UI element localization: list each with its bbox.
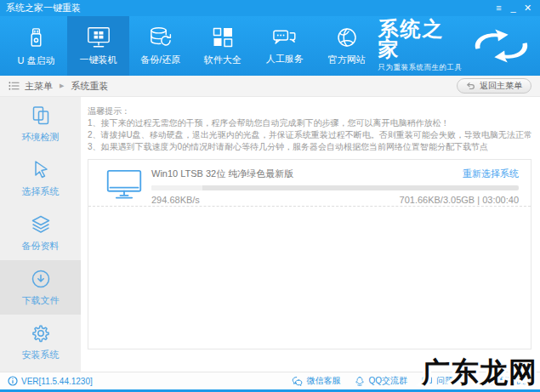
chat-service-icon bbox=[272, 27, 297, 48]
version-info: VER[11.5.44.1230] bbox=[8, 376, 93, 386]
feedback-icon bbox=[422, 376, 433, 386]
status-bar: VER[11.5.44.1230] 微信客服 QQ交流群 bbox=[0, 372, 540, 392]
status-link-label: QQ交流群 bbox=[368, 375, 407, 387]
nav-item-backup-restore[interactable]: 备份/还原 bbox=[129, 16, 191, 76]
tip-line: 2、请拔掉U盘、移动硬盘，退出光驱内的光盘，并保证系统重装过程不断电。否则重装可… bbox=[88, 129, 531, 141]
status-link-help-video[interactable]: 帮助视频 bbox=[485, 375, 532, 387]
help-icon bbox=[485, 376, 495, 386]
database-restore-icon bbox=[148, 26, 173, 48]
reselect-system-link[interactable]: 重新选择系统 bbox=[463, 168, 519, 180]
nav-item-software-collection[interactable]: 软件大全 bbox=[191, 16, 253, 76]
breadcrumb: 主菜单 ▶ 系统重装 返回主菜单 bbox=[0, 76, 540, 97]
main-content: 温馨提示： 1、接下来的过程无需您的干预，程序会帮助您自动完成剩下的步骤，您可以… bbox=[81, 97, 540, 372]
monitor-icon bbox=[105, 168, 143, 200]
sidebar-item-backup-data[interactable]: 备份资料 bbox=[0, 206, 81, 260]
status-link-label: 微信客服 bbox=[306, 375, 340, 387]
nav-item-customer-service[interactable]: 人工服务 bbox=[253, 16, 315, 76]
sidebar-item-label: 备份资料 bbox=[22, 240, 60, 253]
brand-logo: 系统之家 只为重装系统而生的工具 bbox=[378, 16, 535, 76]
brand-name: 系统之家 bbox=[378, 19, 465, 60]
breadcrumb-current: 系统重装 bbox=[71, 80, 108, 93]
qq-icon bbox=[355, 376, 365, 387]
sidebar-item-label: 环境检测 bbox=[22, 131, 60, 144]
apps-grid-icon bbox=[212, 26, 234, 48]
version-label: VER[11.5.44.1230] bbox=[21, 377, 93, 386]
download-circle-icon bbox=[30, 268, 52, 290]
brand-text: 系统之家 只为重装系统而生的工具 bbox=[378, 19, 465, 73]
status-link-label: 帮助视频 bbox=[498, 375, 532, 387]
menu-icon[interactable]: ≡ bbox=[492, 2, 505, 15]
download-progress-bar bbox=[151, 185, 519, 190]
nav-item-label: 人工服务 bbox=[266, 53, 304, 65]
download-item-content: Win10 LTSB 32位 纯净绿色最新版 重新选择系统 294.68KB/s… bbox=[151, 168, 519, 205]
sidebar: 环境检测 选择系统 备份资料 bbox=[0, 97, 81, 372]
list-icon bbox=[9, 81, 20, 91]
tips-panel: 温馨提示： 1、接下来的过程无需您的干预，程序会帮助您自动完成剩下的步骤，您可以… bbox=[88, 105, 531, 153]
body: 环境检测 选择系统 备份资料 bbox=[0, 97, 540, 372]
globe-icon bbox=[336, 26, 358, 48]
download-speed: 294.68KB/s bbox=[151, 195, 200, 205]
download-name: Win10 LTSB 32位 纯净绿色最新版 bbox=[151, 168, 293, 180]
top-nav: U 盘启动 一键装机 bbox=[0, 16, 540, 76]
wechat-icon bbox=[292, 376, 303, 386]
download-progress-fill bbox=[151, 185, 202, 190]
brand-swoosh-icon bbox=[471, 27, 531, 65]
cursor-icon bbox=[30, 159, 52, 181]
nav-item-one-click-install[interactable]: 一键装机 bbox=[67, 16, 129, 76]
gear-icon bbox=[30, 322, 52, 344]
tips-title: 温馨提示： bbox=[88, 105, 531, 117]
status-link-wechat[interactable]: 微信客服 bbox=[292, 375, 340, 387]
brand-tagline: 只为重装系统而生的工具 bbox=[378, 63, 462, 73]
status-links: 微信客服 QQ交流群 问题反馈 bbox=[292, 375, 532, 387]
usb-icon bbox=[26, 25, 47, 49]
sidebar-item-label: 选择系统 bbox=[22, 185, 60, 198]
app-window: 系统之家一键重装 ≡ _ ✕ U 盘启动 bbox=[0, 0, 540, 392]
nav-item-label: U 盘启动 bbox=[18, 54, 55, 67]
window-controls: ≡ _ ✕ bbox=[492, 2, 534, 15]
layers-icon bbox=[30, 213, 52, 236]
devices-icon bbox=[30, 105, 52, 127]
sidebar-item-label: 安装系统 bbox=[22, 349, 60, 361]
status-link-qq-group[interactable]: QQ交流群 bbox=[355, 375, 407, 387]
status-link-feedback[interactable]: 问题反馈 bbox=[422, 375, 470, 387]
info-icon bbox=[8, 376, 18, 386]
sidebar-item-label: 下载文件 bbox=[22, 294, 60, 307]
status-link-label: 问题反馈 bbox=[436, 375, 470, 387]
download-panel: Win10 LTSB 32位 纯净绿色最新版 重新选择系统 294.68KB/s… bbox=[88, 159, 531, 349]
sidebar-item-download-files[interactable]: 下载文件 bbox=[0, 260, 81, 315]
close-icon[interactable]: ✕ bbox=[521, 2, 534, 15]
tip-line: 1、接下来的过程无需您的干预，程序会帮助您自动完成剩下的步骤，您可以离开电脑稍作… bbox=[88, 117, 531, 129]
minimize-icon[interactable]: _ bbox=[507, 2, 520, 15]
tip-line: 3、如果遇到下载速度为0的情况时请耐心等待几分钟，服务器会自动根据您当前网络位置… bbox=[88, 141, 531, 153]
nav-item-official-website[interactable]: 官方网站 bbox=[315, 16, 378, 76]
nav-item-usb-boot[interactable]: U 盘启动 bbox=[5, 16, 67, 76]
sidebar-item-select-system[interactable]: 选择系统 bbox=[0, 151, 81, 206]
nav-item-label: 一键装机 bbox=[80, 54, 117, 66]
chevron-right-icon: ▶ bbox=[60, 82, 64, 89]
sidebar-item-env-check[interactable]: 环境检测 bbox=[0, 97, 81, 151]
monitor-windows-icon bbox=[86, 26, 111, 48]
breadcrumb-root[interactable]: 主菜单 bbox=[25, 80, 53, 93]
title-bar: 系统之家一键重装 ≡ _ ✕ bbox=[0, 0, 540, 16]
nav-item-label: 备份/还原 bbox=[140, 54, 180, 66]
back-to-main-menu-button[interactable]: 返回主菜单 bbox=[457, 78, 531, 94]
download-item-icon-wrap bbox=[97, 168, 151, 200]
nav-item-label: 软件大全 bbox=[204, 54, 242, 66]
download-item: Win10 LTSB 32位 纯净绿色最新版 重新选择系统 294.68KB/s… bbox=[88, 160, 531, 207]
window-title: 系统之家一键重装 bbox=[6, 2, 81, 14]
download-size-time: 701.66KB/3.05GB | 03:00:40 bbox=[400, 195, 519, 205]
nav-item-label: 官方网站 bbox=[328, 54, 366, 66]
sidebar-item-install-system[interactable]: 安装系统 bbox=[0, 315, 81, 369]
back-arrow-icon bbox=[466, 82, 475, 90]
back-button-label: 返回主菜单 bbox=[480, 80, 522, 92]
